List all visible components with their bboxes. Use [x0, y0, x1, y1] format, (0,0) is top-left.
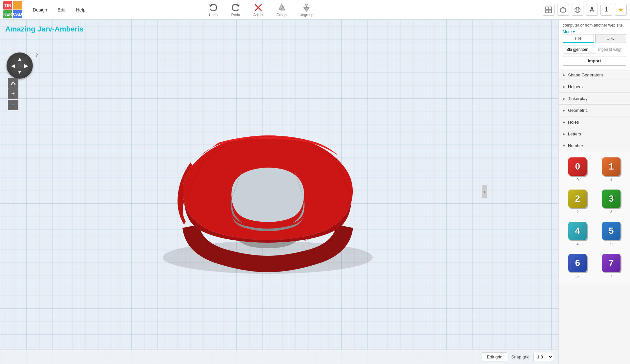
nav-menu: Design Edit Help: [28, 5, 90, 14]
number-icon[interactable]: 1: [600, 4, 612, 16]
import-button[interactable]: Import: [563, 56, 626, 66]
nav-help[interactable]: Help: [72, 5, 90, 14]
section-helpers: ▶ Helpers: [559, 81, 630, 93]
grid-view-icon[interactable]: [543, 4, 555, 16]
zoom-in-button[interactable]: +: [8, 89, 18, 99]
svg-rect-8: [546, 10, 548, 13]
svg-marker-5: [304, 8, 309, 11]
import-description: computer or from another web site.: [563, 23, 626, 28]
logo-tin: TIN: [3, 1, 12, 10]
canvas-bottom-bar: Edit grid Snap grid 1.0 0.5 0.25 2.0: [0, 350, 558, 364]
number-content: 0 0 1 1 2 2: [559, 152, 630, 284]
section-holes-label: Holes: [568, 120, 579, 125]
favorite-icon[interactable]: ★: [615, 4, 627, 16]
section-letters-arrow: ▶: [563, 132, 565, 136]
shape-item-0[interactable]: 0 0: [563, 155, 593, 184]
shape-panel: ▶ Shape Generators ▶ Helpers ▶ Tinkerpla…: [559, 69, 630, 364]
import-file-row: Bla gjennom ... Ingen fil valgt.: [563, 46, 626, 53]
shape-svg: [153, 93, 383, 290]
canvas-area[interactable]: Amazing Jarv-Amberis ? ▲ ◀ ▶ ▼: [0, 20, 558, 364]
topbar: TIN KER CAD Design Edit Help Undo Redo: [0, 0, 630, 20]
group-button[interactable]: Group: [274, 2, 289, 18]
shape-item-7[interactable]: 7 7: [597, 252, 626, 280]
svg-rect-7: [549, 7, 552, 10]
import-section: computer or from another web site. More …: [559, 20, 630, 69]
shape-icon-2: 2: [568, 190, 587, 208]
shape-hole-top: [231, 168, 304, 222]
section-shape-generators-arrow: ▶: [563, 73, 565, 77]
shape-label-6: 6: [577, 274, 578, 278]
shape-item-4[interactable]: 4 4: [563, 220, 593, 248]
section-helpers-arrow: ▶: [563, 85, 565, 89]
shape-item-3[interactable]: 3 3: [597, 188, 626, 216]
section-shape-generators-header[interactable]: ▶ Shape Generators: [559, 69, 630, 81]
snap-grid-select[interactable]: 1.0 0.5 0.25 2.0: [534, 353, 553, 361]
section-holes-arrow: ▶: [563, 120, 565, 124]
section-letters: ▶ Letters: [559, 128, 630, 140]
zoom-out-button[interactable]: −: [8, 100, 18, 110]
direction-arrow[interactable]: [8, 78, 18, 89]
right-panel: computer or from another web site. More …: [558, 20, 630, 364]
section-geometric-header[interactable]: ▶ Geometric: [559, 105, 630, 116]
shape-label-1: 1: [610, 178, 612, 182]
import-tab-row: File URL: [563, 34, 626, 43]
section-letters-header[interactable]: ▶ Letters: [559, 128, 630, 140]
tinkercad-logo[interactable]: TIN KER CAD: [3, 1, 20, 18]
shape-label-7: 7: [610, 274, 612, 278]
shape-label-4: 4: [577, 242, 578, 246]
section-geometric-label: Geometric: [568, 108, 588, 113]
shape-item-6[interactable]: 6 6: [563, 252, 593, 280]
shape-label-2: 2: [577, 210, 578, 214]
shape-icon-6: 6: [568, 254, 587, 272]
text-icon[interactable]: A: [586, 4, 598, 16]
section-letters-label: Letters: [568, 131, 581, 136]
shape-icon-0: 0: [568, 157, 587, 176]
more-link[interactable]: More ▾: [563, 30, 575, 34]
section-tinkerplay-arrow: ▶: [563, 97, 565, 100]
shape-label-5: 5: [610, 242, 612, 246]
import-tab-url[interactable]: URL: [595, 34, 626, 43]
snap-grid-label: Snap grid: [511, 354, 530, 359]
section-tinkerplay-header[interactable]: ▶ Tinkerplay: [559, 93, 630, 104]
shape-item-1[interactable]: 1 1: [597, 155, 626, 184]
section-tinkerplay-label: Tinkerplay: [568, 96, 587, 101]
logo-blank: [13, 1, 22, 10]
section-number-arrow: ▶: [562, 145, 566, 147]
toolbar-right: A 1 ★: [543, 4, 627, 16]
number-shape-grid: 0 0 1 1 2 2: [563, 155, 626, 280]
section-number-label: Number: [568, 143, 583, 148]
edit-grid-button[interactable]: Edit grid: [482, 353, 508, 361]
shape-item-5[interactable]: 5 5: [597, 220, 626, 248]
section-holes: ▶ Holes: [559, 116, 630, 128]
undo-button[interactable]: Undo: [206, 2, 220, 18]
section-helpers-header[interactable]: ▶ Helpers: [559, 81, 630, 92]
adjust-button[interactable]: Adjust: [251, 2, 266, 18]
svg-rect-9: [549, 10, 552, 13]
shape-icon-3: 3: [602, 190, 620, 208]
logo-cad: CAD: [13, 10, 22, 18]
nav-edit[interactable]: Edit: [53, 5, 70, 14]
shape-icon-7: 7: [602, 254, 620, 272]
cube-view-icon[interactable]: [557, 4, 569, 16]
navigation-compass[interactable]: ▲ ◀ ▶ ▼: [7, 52, 33, 79]
ungroup-button[interactable]: Ungroup: [297, 2, 316, 18]
section-number: ▶ Number 0 0 1 1: [559, 140, 630, 284]
nav-design[interactable]: Design: [28, 5, 52, 14]
section-number-header[interactable]: ▶ Number: [559, 140, 630, 152]
panel-collapse-handle[interactable]: ‹: [482, 185, 487, 198]
shape-icon-1: 1: [602, 157, 620, 176]
section-helpers-label: Helpers: [568, 84, 583, 89]
redo-button[interactable]: Redo: [228, 2, 243, 18]
help-question-mark[interactable]: ?: [35, 52, 38, 58]
svg-marker-4: [305, 4, 308, 7]
sphere-view-icon[interactable]: [572, 4, 583, 16]
zoom-controls: + −: [8, 89, 18, 110]
browse-button[interactable]: Bla gjennom ...: [563, 46, 596, 53]
import-tab-file[interactable]: File: [563, 34, 594, 43]
section-geometric: ▶ Geometric: [559, 105, 630, 116]
section-holes-header[interactable]: ▶ Holes: [559, 116, 630, 128]
project-title[interactable]: Amazing Jarv-Amberis: [5, 25, 83, 33]
section-geometric-arrow: ▶: [563, 109, 565, 112]
file-label: Ingen fil valgt.: [598, 47, 622, 52]
shape-item-2[interactable]: 2 2: [563, 188, 593, 216]
